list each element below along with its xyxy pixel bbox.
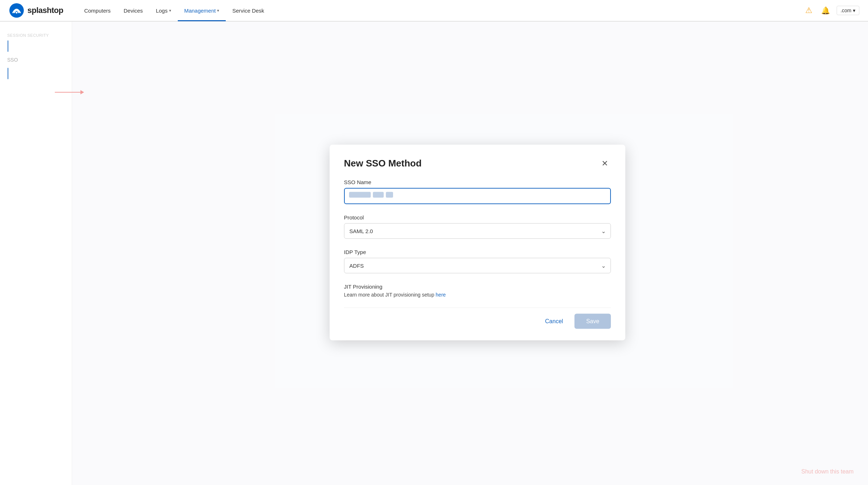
jit-title: JIT Provisioning xyxy=(344,284,611,290)
svg-point-1 xyxy=(16,12,18,14)
jit-text: Learn more about JIT provisioning setup … xyxy=(344,292,611,298)
modal-title: New SSO Method xyxy=(344,158,422,169)
nav-items: Computers Devices Logs ▾ Management ▾ Se… xyxy=(78,0,803,21)
logo-icon xyxy=(9,3,25,18)
warning-icon: ⚠ xyxy=(805,6,812,15)
bell-icon: 🔔 xyxy=(821,6,830,15)
jit-provisioning-section: JIT Provisioning Learn more about JIT pr… xyxy=(344,284,611,298)
sso-name-group: SSO Name xyxy=(344,179,611,204)
save-button[interactable]: Save xyxy=(574,314,611,329)
cancel-button[interactable]: Cancel xyxy=(539,315,569,328)
logo[interactable]: splashtop xyxy=(9,3,63,18)
account-dropdown[interactable]: .com ▾ xyxy=(837,6,859,15)
protocol-select-wrapper: SAML 2.0 OpenID Connect ⌄ xyxy=(344,223,611,239)
new-sso-modal: New SSO Method ✕ SSO Name Protocol SAML … xyxy=(330,145,625,341)
idp-type-group: IDP Type ADFS Azure AD Okta Google OneLo… xyxy=(344,249,611,273)
idp-type-select-wrapper: ADFS Azure AD Okta Google OneLogin PingO… xyxy=(344,258,611,273)
account-chevron-icon: ▾ xyxy=(853,8,855,13)
idp-type-label: IDP Type xyxy=(344,249,611,255)
protocol-group: Protocol SAML 2.0 OpenID Connect ⌄ xyxy=(344,214,611,239)
navbar-right: ⚠ 🔔 .com ▾ xyxy=(803,4,859,17)
jit-link[interactable]: here xyxy=(436,292,446,298)
sso-name-label: SSO Name xyxy=(344,179,611,185)
warning-button[interactable]: ⚠ xyxy=(803,4,815,17)
idp-type-select[interactable]: ADFS Azure AD Okta Google OneLogin PingO… xyxy=(344,258,611,273)
nav-item-devices[interactable]: Devices xyxy=(117,0,149,21)
sso-name-input[interactable] xyxy=(344,188,611,204)
modal-close-button[interactable]: ✕ xyxy=(599,158,611,169)
modal-header: New SSO Method ✕ xyxy=(344,158,611,169)
management-chevron-icon: ▾ xyxy=(217,8,219,13)
logo-text: splashtop xyxy=(27,6,63,15)
navbar: splashtop Computers Devices Logs ▾ Manag… xyxy=(0,0,868,22)
logs-chevron-icon: ▾ xyxy=(169,8,171,13)
protocol-label: Protocol xyxy=(344,214,611,221)
nav-item-service-desk[interactable]: Service Desk xyxy=(226,0,270,21)
nav-item-computers[interactable]: Computers xyxy=(78,0,117,21)
modal-footer: Cancel Save xyxy=(344,308,611,329)
protocol-select[interactable]: SAML 2.0 OpenID Connect xyxy=(344,223,611,239)
page-content: Session Security SSO New SSO Method ✕ SS… xyxy=(0,22,868,485)
nav-item-management[interactable]: Management ▾ xyxy=(178,0,226,21)
nav-item-logs[interactable]: Logs ▾ xyxy=(149,0,178,21)
notifications-button[interactable]: 🔔 xyxy=(819,5,832,16)
